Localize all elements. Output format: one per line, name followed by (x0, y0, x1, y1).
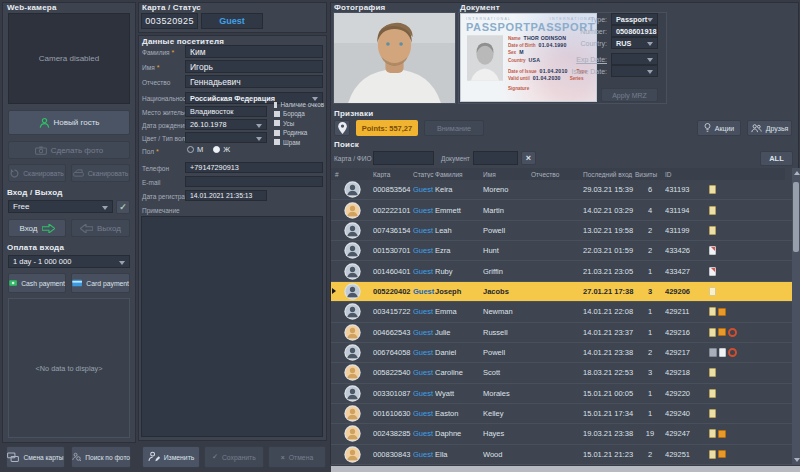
firstname-cell: Russell (483, 328, 531, 337)
visits-cell: 6 (635, 185, 665, 194)
column-header-7[interactable]: Визиты (635, 171, 665, 178)
document-title: Документ (460, 3, 500, 12)
change-card-button[interactable]: Смена карты (6, 446, 65, 468)
table-row[interactable]: 001530701GuestEzraHunt22.03.21 01:592433… (331, 241, 792, 261)
appearance-checkbox-3[interactable]: Родинка (274, 129, 324, 136)
residence-field[interactable]: Владивосток (185, 106, 267, 117)
checkbox-label: Борода (283, 110, 305, 117)
middle-name-field[interactable]: Геннадьевич (185, 75, 323, 88)
tariff-select[interactable]: 1 day - 1 000 000 (8, 255, 130, 268)
apply-mrz-button[interactable]: Apply MRZ (601, 88, 658, 102)
guest-status-value: Guest (219, 16, 245, 26)
table-row[interactable]: 007436154GuestLeahPowell13.02.21 19:5824… (331, 221, 792, 241)
table-row[interactable]: 005220402GuestJosephJacobs27.01.21 17:38… (331, 282, 792, 302)
cancel-button[interactable]: × Отмена (268, 446, 326, 468)
passport-name-value: THOR ODINSON (524, 35, 567, 42)
cash-payment-button[interactable]: Cash payment (8, 273, 66, 293)
column-header-1[interactable]: Карта (373, 171, 413, 178)
photo-search-button[interactable]: Поиск по фото (71, 446, 131, 468)
table-row[interactable]: 005822540GuestCarolineScott18.03.21 22:5… (331, 363, 792, 383)
status-cell: Guest (413, 389, 435, 398)
appearance-checkbox-4[interactable]: Шрам (274, 139, 324, 146)
table-row[interactable]: 000853564GuestKeiraMoreno29.03.21 15:396… (331, 180, 792, 200)
doc-number-field[interactable]: 0508601918 (611, 25, 658, 37)
entry-mode-select[interactable]: Free (8, 200, 113, 213)
column-header-8[interactable]: ID (665, 171, 703, 178)
search-document-input[interactable] (473, 151, 518, 165)
search-card-input[interactable] (373, 151, 434, 165)
scrollbar-thumb[interactable] (793, 182, 799, 252)
take-photo-button[interactable]: Сделать фото (8, 141, 130, 159)
last-name-field[interactable]: Ким (185, 45, 323, 58)
exit-button[interactable]: Выход (71, 219, 130, 237)
table-row[interactable]: 001610630GuestEastonKelley15.01.21 17:34… (331, 404, 792, 424)
first-name-label: Имя (142, 64, 159, 71)
crown-icon (718, 308, 726, 316)
column-header-4[interactable]: Имя (483, 171, 531, 178)
scan-document-button[interactable]: Сканировать (71, 164, 130, 182)
table-row[interactable]: 006764058GuestDanielPowell14.01.21 23:38… (331, 343, 792, 363)
scan-rotate-button[interactable]: Сканировать (8, 164, 66, 182)
lastentry-cell: 18.03.21 22:53 (583, 368, 635, 377)
first-name-field[interactable]: Игорь (185, 60, 323, 73)
search-clear-button[interactable]: × (521, 151, 536, 165)
attention-button[interactable]: Внимание (424, 120, 484, 136)
gender-female-radio[interactable]: Ж (213, 145, 230, 154)
table-row[interactable]: 000830843GuestEllaWood15.01.21 21:232429… (331, 445, 792, 465)
table-row[interactable]: 002222101GuestEmmettMartin14.02.21 03:29… (331, 200, 792, 220)
doc-type-select[interactable]: Passport (611, 13, 658, 25)
table-row[interactable]: 003415722GuestEmmaNewman14.01.21 22:0814… (331, 302, 792, 322)
appearance-checkbox-1[interactable]: Борода (274, 110, 324, 117)
table-row[interactable]: 003301087GuestWyattMorales15.01.21 00:05… (331, 384, 792, 404)
card-number-field[interactable]: 003520925 (141, 13, 198, 29)
table-row[interactable]: 002438285GuestDaphneHayes19.03.21 23:381… (331, 424, 792, 444)
id-cell: 429251 (665, 450, 703, 459)
table-row[interactable]: 004662543GuestJulieRussell14.01.21 23:37… (331, 323, 792, 343)
camera-disabled-text: Camera disabled (39, 54, 99, 63)
person-avatar-icon (344, 425, 361, 442)
registration-date-field[interactable]: 14.01.2021 21:35:13 (185, 190, 267, 201)
card-payment-button[interactable]: Card payment (71, 273, 130, 293)
hair-type-select[interactable] (185, 132, 267, 143)
search-all-button[interactable]: ALL (760, 151, 793, 166)
column-header-5[interactable]: Отчество (531, 171, 583, 178)
checkbox-icon (274, 111, 280, 117)
doc-country-select[interactable]: RUS (611, 37, 658, 49)
status-cell: Guest (413, 246, 435, 255)
new-guest-button[interactable]: Новый гость (8, 110, 130, 135)
doc-exp-date-select[interactable] (611, 53, 658, 65)
friends-button[interactable]: Друзья (747, 120, 792, 136)
credit-card-icon (72, 278, 82, 288)
appearance-checkbox-0[interactable]: Наличие очков (274, 101, 324, 108)
lastentry-cell: 14.02.21 03:29 (583, 206, 635, 215)
edit-button[interactable]: Изменить (142, 446, 200, 468)
column-header-2[interactable]: Статус (413, 171, 435, 178)
card-cell: 007436154 (373, 226, 413, 235)
doc-issue-date-select[interactable] (611, 65, 658, 77)
scroll-down-icon[interactable] (794, 458, 800, 462)
enter-button[interactable]: Вход (8, 219, 66, 237)
birth-date-select[interactable]: 26.10.1978 (185, 119, 267, 130)
phone-field[interactable]: +79147290913 (185, 162, 323, 173)
save-button[interactable]: ✓ Сохранить (204, 446, 264, 468)
icons-cell (703, 429, 792, 438)
crown-icon (718, 450, 726, 458)
doc-type-value: Passport (616, 15, 647, 24)
email-field[interactable] (185, 176, 323, 187)
horizontal-scrollbar[interactable] (331, 466, 800, 472)
column-header-3[interactable]: Фамилия (435, 171, 483, 178)
appearance-checkbox-2[interactable]: Усы (274, 120, 324, 127)
lastentry-cell: 15.01.21 00:05 (583, 389, 635, 398)
actions-button[interactable]: Акции (697, 120, 741, 136)
location-pin-button[interactable] (334, 120, 350, 136)
firstname-cell: Hayes (483, 429, 531, 438)
passport-dob-label: Date of Birth (508, 42, 536, 49)
column-header-0[interactable]: # (331, 171, 373, 178)
avatar-cell (331, 385, 373, 402)
table-row[interactable]: 001460401GuestRubyGriffin21.03.21 23:051… (331, 261, 792, 281)
scroll-up-icon[interactable] (794, 171, 800, 175)
gender-male-radio[interactable]: М (187, 145, 203, 154)
note-textarea[interactable] (141, 216, 323, 437)
column-header-6[interactable]: Последний вход (583, 171, 635, 178)
entry-mode-confirm-button[interactable]: ✓ (116, 200, 130, 214)
